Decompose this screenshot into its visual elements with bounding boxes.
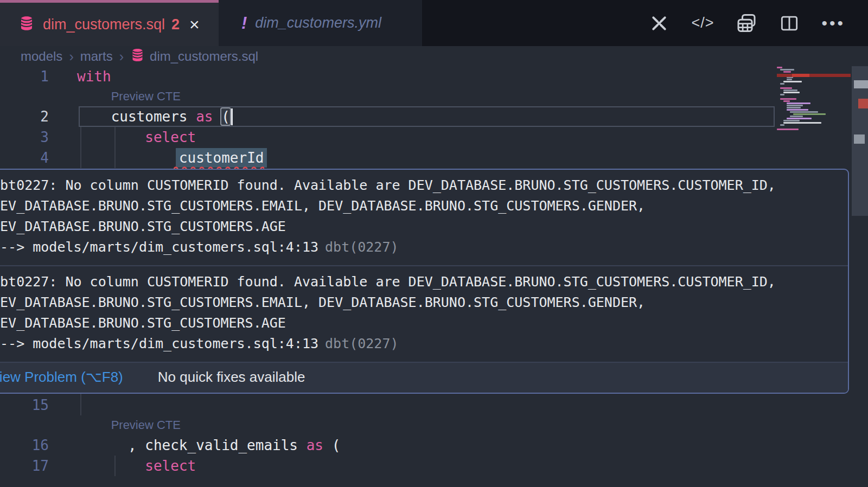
breadcrumb: models › marts › dim_customers.sql [0, 46, 868, 67]
code-line-16[interactable]: 16, check_valid_emails as ( [0, 435, 868, 456]
code-token: ( [221, 108, 230, 125]
minimap-line [787, 109, 808, 111]
minimap-line [783, 81, 802, 82]
hover-footer: View Problem (⌥F8) No quick fixes availa… [0, 362, 848, 393]
minimap-line [783, 92, 800, 93]
minimap-line [780, 98, 796, 100]
minimap-line [790, 111, 818, 113]
preview-cte-lens[interactable]: Preview CTE [111, 415, 181, 435]
error-message-line: dbt0227: No column CUSTOMERID found. Ava… [0, 175, 844, 196]
error-message-line: DEV_DATABASE.BRUNO.STG_CUSTOMERS.AGE [0, 313, 844, 334]
error-message-line: DEV_DATABASE.BRUNO.STG_CUSTOMERS.AGE [0, 216, 844, 237]
tab-problem-badge: 2 [171, 16, 180, 33]
minimap-line [787, 102, 810, 104]
code-line-15[interactable]: 15 [0, 395, 868, 415]
code-line-3[interactable]: 3select [0, 127, 868, 148]
overview-ruler-error-mark [858, 99, 868, 108]
error-message-line: dbt0227: No column CUSTOMERID found. Ava… [0, 272, 844, 292]
dbt-icon[interactable] [649, 13, 669, 34]
minimap-line [787, 79, 792, 80]
code-lens-row: Preview CTE [0, 87, 868, 106]
breadcrumb-file[interactable]: dim_customers.sql [130, 48, 258, 66]
minimap-line [780, 94, 784, 95]
error-exclamation-icon: ! [241, 14, 247, 33]
line-number: 3 [0, 127, 49, 148]
preview-cte-lens[interactable]: Preview CTE [111, 87, 181, 106]
code-lens-row: Preview CTE [0, 415, 868, 435]
code-line-4[interactable]: 4customerId [0, 148, 868, 168]
overview-ruler-mark [854, 80, 868, 88]
more-actions-icon[interactable]: ••• [821, 14, 845, 33]
query-results-icon[interactable] [736, 12, 757, 34]
error-hover-popup: dbt0227: No column CUSTOMERID found. Ava… [0, 169, 849, 394]
code-text: select [77, 456, 196, 476]
minimap-line [790, 116, 803, 117]
minimap-line [783, 120, 800, 121]
error-location: --> models/marts/dim_customers.sql:4:13 [0, 239, 318, 255]
editor-code-top: 1withPreview CTE2customers as (3select4c… [0, 66, 868, 168]
line-number: 4 [0, 148, 49, 168]
minimap-error-line [777, 74, 851, 77]
minimap-line [787, 118, 812, 119]
code-token: customers [111, 108, 196, 125]
indent-guide [80, 395, 81, 415]
vscode-window: { "tab_bar": { "tabs": [ {"label": "dim_… [0, 0, 868, 487]
error-source-code: dbt(0227) [325, 239, 398, 255]
line-number: 2 [0, 106, 49, 127]
minimap-line [780, 69, 794, 71]
error-source-code: dbt(0227) [325, 336, 398, 351]
error-message-line: DEV_DATABASE.BRUNO.STG_CUSTOMERS.EMAIL, … [0, 196, 844, 216]
code-token: as [196, 108, 213, 125]
minimap-line [787, 107, 801, 108]
code-token: with [77, 68, 111, 85]
tab-label: dim_customers.yml [255, 15, 381, 31]
editor-actions: </> ••• [649, 0, 868, 46]
code-line-17[interactable]: 17select [0, 456, 868, 476]
code-text: customers as ( [77, 106, 233, 127]
minimap-line [780, 124, 784, 126]
minimap-line [793, 113, 826, 115]
code-text: customerId [77, 148, 264, 168]
close-tab-icon[interactable]: × [189, 16, 200, 33]
error-location: --> models/marts/dim_customers.sql:4:13 [0, 336, 318, 351]
overview-ruler-mark [854, 134, 865, 144]
code-token: select [145, 129, 196, 145]
error-message-block: dbt0227: No column CUSTOMERID found. Ava… [0, 265, 848, 362]
no-quick-fixes-label: No quick fixes available [158, 369, 305, 386]
tab-dim-customers-sql[interactable]: dim_customers.sql 2 × [0, 0, 219, 46]
line-number: 17 [0, 456, 49, 476]
code-token: ( [323, 437, 340, 453]
breadcrumb-models[interactable]: models [21, 49, 62, 64]
code-line-1[interactable]: 1with [0, 66, 868, 87]
code-text: , check_valid_emails as ( [77, 435, 340, 456]
minimap-line [780, 83, 784, 85]
minimap-line [783, 122, 821, 124]
minimap-line [780, 87, 792, 89]
tab-dim-customers-yml[interactable]: ! dim_customers.yml [219, 0, 422, 46]
code-token [213, 108, 221, 125]
database-icon [18, 15, 35, 34]
tab-bar: dim_customers.sql 2 × ! dim_customers.ym… [0, 0, 868, 46]
minimap-line [783, 100, 790, 102]
minimap-line [777, 129, 799, 130]
minimap-line [783, 71, 791, 73]
minimap-line [783, 89, 797, 91]
code-text: with [77, 66, 111, 87]
code-line-2[interactable]: 2customers as ( [0, 106, 868, 127]
compiled-code-icon[interactable]: </> [691, 15, 714, 31]
minimap-line [787, 105, 803, 106]
tab-label: dim_customers.sql [43, 16, 165, 33]
chevron-right-icon: › [69, 49, 73, 65]
text-cursor [231, 108, 233, 125]
database-icon [130, 48, 145, 66]
code-token: as [307, 437, 323, 453]
split-editor-icon[interactable] [779, 13, 800, 34]
error-message-block: dbt0227: No column CUSTOMERID found. Ava… [0, 170, 848, 265]
breadcrumb-marts[interactable]: marts [80, 49, 113, 64]
code-token: select [145, 458, 196, 474]
error-token: customerId [176, 148, 267, 168]
chevron-right-icon: › [119, 49, 124, 65]
error-message-line: DEV_DATABASE.BRUNO.STG_CUSTOMERS.EMAIL, … [0, 292, 844, 313]
view-problem-link[interactable]: View Problem (⌥F8) [0, 369, 123, 386]
line-number: 16 [0, 435, 49, 456]
